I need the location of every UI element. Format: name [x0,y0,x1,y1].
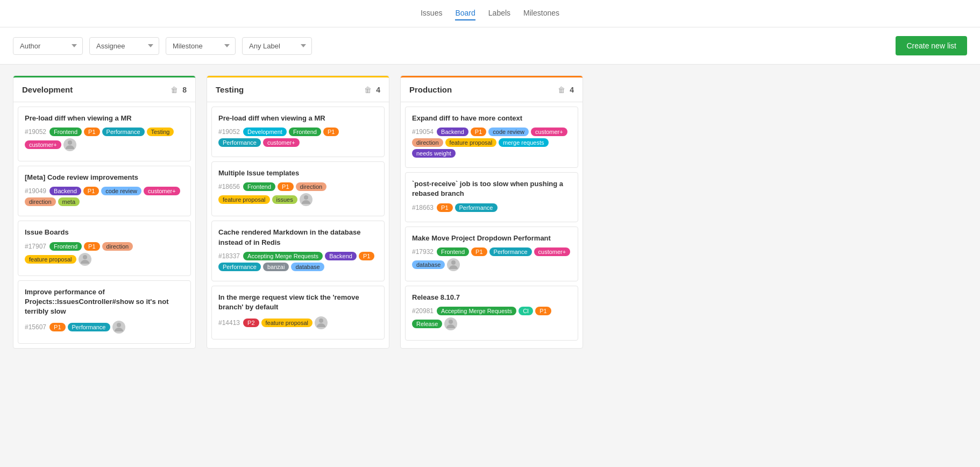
nav-item-labels[interactable]: Labels [488,6,510,20]
column-header-testing: Testing🗑4 [207,76,389,102]
column-cards-testing: Pre-load diff when viewing a MR#19052Dev… [207,102,389,344]
svg-point-6 [449,320,453,324]
tag-frontend[interactable]: Frontend [437,247,469,256]
card-testing-1[interactable]: Multiple Issue templates#18656FrontendP1… [211,161,385,216]
tag-accepting-merge-requests[interactable]: Accepting Merge Requests [437,307,516,315]
tag-performance[interactable]: Performance [218,263,261,271]
card-title: `post-receive` job is too slow when push… [412,179,571,199]
tag-backend[interactable]: Backend [437,128,468,136]
tag-backend[interactable]: Backend [325,252,357,260]
tag-feature-proposal[interactable]: feature proposal [261,319,313,327]
column-trash-testing[interactable]: 🗑 [364,86,372,94]
tag-direction[interactable]: direction [296,182,327,191]
tag-customer+[interactable]: customer+ [534,247,571,256]
tag-p1[interactable]: P1 [84,242,100,251]
tag-needs-weight[interactable]: needs weight [412,149,456,158]
tag-feature-proposal[interactable]: feature proposal [218,195,270,204]
tag-performance[interactable]: Performance [102,128,145,136]
tag-frontend[interactable]: Frontend [49,128,82,136]
tag-performance[interactable]: Performance [455,203,498,212]
tag-customer+[interactable]: customer+ [144,187,180,195]
toolbar: Author Assignee Milestone Any Label Crea… [0,27,980,65]
tag-p1[interactable]: P1 [535,307,551,315]
column-trash-development[interactable]: 🗑 [171,86,178,94]
column-development: Development🗑8Pre-load diff when viewing … [13,75,196,349]
card-meta: #18663P1Performance [412,203,571,212]
card-production-3[interactable]: Release 8.10.7#20981Accepting Merge Requ… [405,286,578,341]
tag-p1[interactable]: P1 [359,252,374,260]
tag-direction[interactable]: direction [412,138,443,147]
tag-performance[interactable]: Performance [68,323,110,331]
card-title: Improve performance of Projects::IssuesC… [25,287,184,317]
column-title-production: Production [409,85,553,94]
assignee-filter[interactable]: Assignee [89,37,159,55]
card-meta: #18337Accepting Merge RequestsBackendP1P… [218,252,378,271]
column-cards-production: Expand diff to have more context#19054Ba… [401,102,583,345]
nav-item-issues[interactable]: Issues [421,6,442,20]
column-title-development: Development [22,85,166,94]
tag-merge-requests[interactable]: merge requests [499,138,548,147]
card-testing-0[interactable]: Pre-load diff when viewing a MR#19052Dev… [211,107,385,157]
tag-code-review[interactable]: code review [488,128,529,136]
tag-feature-proposal[interactable]: feature proposal [25,255,76,264]
tag-ci[interactable]: CI [519,307,533,315]
tag-p2[interactable]: P2 [243,319,259,327]
tag-p1[interactable]: P1 [437,203,452,212]
avatar [300,193,313,206]
tag-p1[interactable]: P1 [49,323,65,331]
tag-database[interactable]: database [291,263,324,271]
tag-backend[interactable]: Backend [49,187,81,195]
tag-accepting-merge-requests[interactable]: Accepting Merge Requests [243,252,323,260]
tag-meta[interactable]: meta [58,197,80,206]
card-meta: #17907FrontendP1directionfeature proposa… [25,242,184,266]
tag-release[interactable]: Release [412,320,442,328]
tag-p1[interactable]: P1 [84,128,100,136]
label-filter[interactable]: Any Label [242,37,312,55]
tag-testing[interactable]: Testing [147,128,174,136]
top-nav: IssuesBoardLabelsMilestones [0,0,980,27]
card-id: #14413 [218,319,240,327]
tag-p1[interactable]: P1 [278,182,293,191]
tag-performance[interactable]: Performance [489,247,532,256]
milestone-filter[interactable]: Milestone [166,37,236,55]
card-development-3[interactable]: Improve performance of Projects::IssuesC… [18,280,191,344]
card-development-1[interactable]: [Meta] Code review improvements#19049Bac… [18,166,191,216]
author-filter[interactable]: Author [13,37,83,55]
tag-frontend[interactable]: Frontend [243,182,275,191]
card-testing-3[interactable]: In the merge request view tick the 'remo… [211,286,385,339]
tag-issues[interactable]: issues [272,195,297,204]
column-trash-production[interactable]: 🗑 [558,86,565,94]
card-production-1[interactable]: `post-receive` job is too slow when push… [405,172,578,222]
card-production-2[interactable]: Make Move Project Dropdown Performant#17… [405,227,578,281]
card-development-2[interactable]: Issue Boards#17907FrontendP1directionfea… [18,221,191,275]
tag-feature-proposal[interactable]: feature proposal [445,138,497,147]
nav-item-milestones[interactable]: Milestones [523,6,559,20]
card-testing-2[interactable]: Cache rendered Markdown in the database … [211,221,385,281]
card-development-0[interactable]: Pre-load diff when viewing a MR#19052Fro… [18,107,191,161]
tag-p1[interactable]: P1 [83,187,99,195]
tag-direction[interactable]: direction [25,197,56,206]
tag-p1[interactable]: P1 [471,128,486,136]
tag-customer+[interactable]: customer+ [263,138,300,147]
column-title-testing: Testing [216,85,360,94]
card-meta: #19054BackendP1code reviewcustomer+direc… [412,128,571,158]
tag-code-review[interactable]: code review [101,187,141,195]
tag-database[interactable]: database [412,260,445,269]
card-production-0[interactable]: Expand diff to have more context#19054Ba… [405,107,578,168]
tag-performance[interactable]: Performance [218,138,261,147]
tag-p1[interactable]: P1 [471,247,487,256]
tag-customer+[interactable]: customer+ [531,128,567,136]
nav-item-board[interactable]: Board [455,6,475,20]
tag-frontend[interactable]: Frontend [49,242,82,251]
tag-banzai[interactable]: banzai [263,263,289,271]
tag-p1[interactable]: P1 [323,128,339,136]
tag-customer+[interactable]: customer+ [25,140,61,149]
card-id: #17907 [25,243,46,250]
create-new-list-button[interactable]: Create new list [896,36,967,55]
tag-development[interactable]: Development [243,128,287,136]
card-meta: #19052FrontendP1PerformanceTestingcustom… [25,128,184,151]
avatar [447,258,460,271]
card-id: #19052 [25,128,46,136]
tag-direction[interactable]: direction [102,242,133,251]
tag-frontend[interactable]: Frontend [289,128,321,136]
